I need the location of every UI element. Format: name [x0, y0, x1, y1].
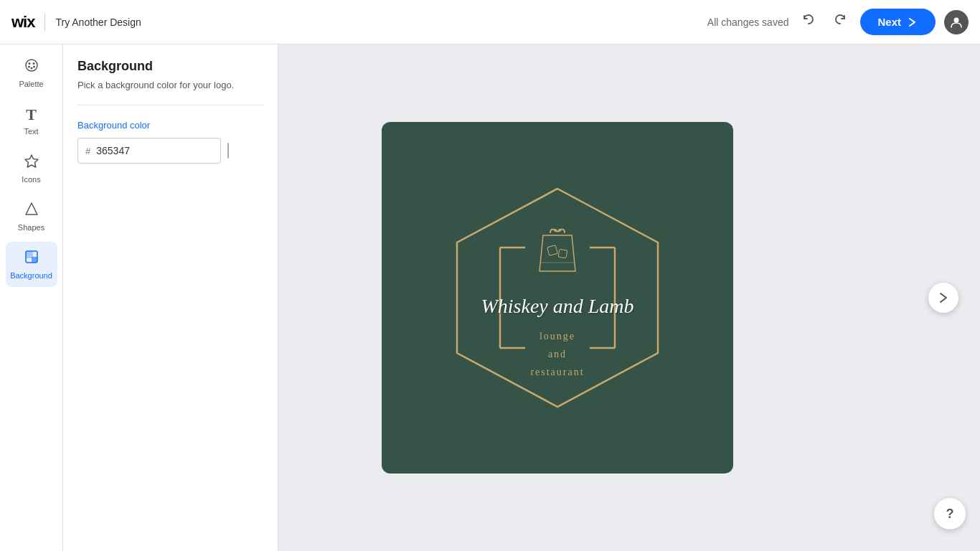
- icons-label: Icons: [22, 175, 40, 184]
- svg-point-23: [554, 229, 557, 232]
- palette-label: Palette: [19, 80, 43, 88]
- canvas-next-arrow[interactable]: [928, 283, 958, 313]
- help-label: ?: [946, 507, 954, 522]
- color-section-label: Background color: [77, 120, 263, 131]
- icons-icon: [24, 153, 39, 172]
- sidebar-item-background[interactable]: Background: [6, 242, 57, 287]
- changes-saved-text: All changes saved: [707, 17, 789, 28]
- panel-subtitle: Pick a background color for your logo.: [77, 80, 263, 90]
- user-icon: [950, 16, 963, 29]
- logo-card: Whiskey and Lamb lounge and restaurant: [382, 122, 733, 474]
- svg-point-6: [30, 67, 32, 70]
- sidebar-item-text[interactable]: T Text: [6, 98, 57, 143]
- background-label: Background: [10, 271, 52, 280]
- header-title: Try Another Design: [55, 17, 141, 28]
- icon-strip: Palette T Text Icons Shapes: [0, 44, 63, 551]
- canvas-area: Whiskey and Lamb lounge and restaurant h…: [278, 44, 980, 551]
- tagline-line1: lounge: [540, 331, 575, 342]
- svg-point-2: [28, 62, 30, 65]
- svg-point-24: [558, 229, 561, 232]
- sidebar-item-palette[interactable]: Palette: [6, 50, 57, 95]
- user-avatar-button[interactable]: [944, 10, 969, 34]
- logo-tagline: lounge and restaurant: [530, 327, 584, 382]
- palette-icon: [24, 57, 39, 77]
- redo-button[interactable]: [829, 10, 852, 34]
- undo-icon: [801, 13, 816, 27]
- svg-rect-10: [32, 257, 37, 263]
- color-input-row[interactable]: #: [77, 138, 221, 164]
- shapes-label: Shapes: [18, 223, 44, 232]
- svg-point-0: [954, 17, 959, 22]
- shapes-icon: [24, 201, 39, 220]
- next-arrow-icon: [907, 17, 918, 28]
- svg-marker-7: [25, 155, 38, 167]
- svg-point-1: [26, 60, 37, 71]
- canvas-next-icon: [937, 291, 950, 304]
- tagline-line2: and: [548, 349, 567, 359]
- hex-frame: Whiskey and Lamb lounge and restaurant: [435, 176, 679, 420]
- header-divider: [44, 14, 45, 31]
- next-label: Next: [877, 16, 901, 28]
- undo-button[interactable]: [797, 10, 820, 34]
- svg-point-5: [33, 66, 35, 68]
- side-panel: Background Pick a background color for y…: [63, 44, 278, 551]
- sidebar-item-shapes[interactable]: Shapes: [6, 194, 57, 239]
- hash-symbol: #: [85, 146, 90, 156]
- svg-rect-21: [558, 250, 567, 259]
- tagline-line3: restaurant: [530, 367, 584, 377]
- whiskey-glass-svg: [525, 221, 590, 286]
- sidebar-item-icons[interactable]: Icons: [6, 146, 57, 191]
- text-label: Text: [24, 127, 38, 136]
- panel-title: Background: [77, 59, 263, 74]
- text-icon: T: [26, 105, 37, 124]
- color-swatch[interactable]: [227, 143, 229, 159]
- svg-point-3: [32, 62, 34, 65]
- wix-logo-text: wix: [11, 13, 34, 32]
- svg-rect-20: [547, 245, 558, 256]
- svg-point-4: [28, 66, 30, 68]
- help-button[interactable]: ?: [934, 498, 966, 529]
- next-button[interactable]: Next: [860, 9, 936, 35]
- logo-content: Whiskey and Lamb lounge and restaurant: [481, 221, 633, 381]
- wix-logo: wix: [11, 13, 34, 32]
- color-value-input[interactable]: [96, 145, 222, 156]
- background-icon: [24, 249, 39, 268]
- header-right: All changes saved Next: [707, 9, 969, 35]
- header: wix Try Another Design All changes saved…: [0, 0, 980, 44]
- main-layout: Palette T Text Icons Shapes: [0, 44, 980, 551]
- panel-divider: [77, 105, 263, 105]
- logo-brand-name: Whiskey and Lamb: [481, 294, 633, 319]
- redo-icon: [833, 13, 847, 27]
